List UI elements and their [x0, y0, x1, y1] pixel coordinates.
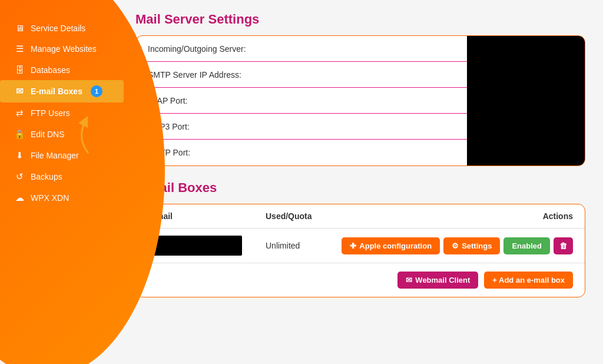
settings-row-incoming: Incoming/Outgoing Server:: [136, 36, 467, 62]
sidebar-label-email-boxes: E-mail Boxes: [31, 87, 82, 96]
add-email-label: + Add an e-mail box: [492, 276, 565, 284]
sidebar-item-databases[interactable]: 🗄 Databases: [0, 59, 124, 80]
actions-cell: ✚ Apple configuration ⚙ Settings Enabled…: [342, 237, 573, 254]
sidebar-label-service-details: Service Details: [31, 24, 85, 33]
settings-row-pop3: POP3 Port:: [136, 114, 467, 140]
apple-config-label: Apple configuration: [359, 241, 432, 250]
smtp-ip-label: SMTP Server IP Address:: [136, 64, 289, 85]
webmail-icon: ✉: [406, 276, 412, 284]
webmail-label: Webmail Client: [415, 276, 470, 284]
settings-row-smtp-port: SMTP Port:: [136, 140, 467, 166]
email-table-footer: ✉ Webmail Client + Add an e-mail box: [136, 263, 585, 297]
email-table-header: E-mail Used/Quota Actions: [136, 204, 585, 229]
cloud-icon: ☁: [14, 193, 25, 203]
webmail-client-button[interactable]: ✉ Webmail Client: [397, 272, 478, 289]
settings-button[interactable]: ⚙ Settings: [443, 237, 500, 254]
email-redacted-block: [148, 236, 242, 256]
apple-config-button[interactable]: ✚ Apple configuration: [342, 237, 440, 254]
sidebar-item-manage-websites[interactable]: ☰ Manage Websites: [0, 38, 124, 59]
mail-settings-redacted: [467, 36, 585, 166]
smtp-port-value: [289, 147, 467, 158]
main-content: Mail Server Settings Incoming/Outgoing S…: [124, 0, 603, 364]
enabled-label: Enabled: [512, 241, 542, 250]
settings-row-imap: IMAP Port:: [136, 88, 467, 114]
mail-settings-left: Incoming/Outgoing Server: SMTP Server IP…: [136, 36, 467, 166]
table-row: Unlimited ✚ Apple configuration ⚙ Settin…: [136, 229, 585, 263]
sidebar: 🖥 Service Details ☰ Manage Websites 🗄 Da…: [0, 0, 124, 364]
col-header-actions: Actions: [408, 211, 573, 221]
col-header-quota: Used/Quota: [266, 211, 408, 221]
apple-plus-icon: ✚: [350, 241, 356, 250]
delete-button[interactable]: 🗑: [554, 237, 573, 254]
sidebar-label-manage-websites: Manage Websites: [31, 44, 97, 54]
ftp-icon: ⇄: [14, 108, 25, 118]
email-boxes-badge: 1: [91, 85, 102, 97]
sidebar-label-edit-dns: Edit DNS: [31, 130, 65, 139]
file-manager-icon: ⬇: [14, 150, 25, 161]
sidebar-label-ftp-users: FTP Users: [31, 108, 70, 118]
databases-icon: 🗄: [14, 65, 25, 75]
pop3-value: [289, 121, 467, 133]
col-header-email: E-mail: [148, 211, 266, 221]
monitor-icon: 🖥: [14, 23, 25, 33]
websites-icon: ☰: [14, 44, 25, 54]
dns-icon: 🔒: [14, 129, 25, 140]
sidebar-item-email-boxes[interactable]: ✉ E-mail Boxes 1: [0, 80, 124, 102]
sidebar-item-wpx-xdn[interactable]: ☁ WPX XDN: [0, 187, 124, 209]
email-cell: [148, 236, 266, 256]
sidebar-item-backups[interactable]: ↺ Backups: [0, 166, 124, 187]
sidebar-label-databases: Databases: [31, 65, 70, 75]
sidebar-label-backups: Backups: [31, 172, 62, 181]
smtp-ip-value: [289, 69, 467, 81]
sidebar-item-service-details[interactable]: 🖥 Service Details: [0, 18, 124, 38]
settings-gear-icon: ⚙: [452, 241, 459, 250]
add-email-button[interactable]: + Add an e-mail box: [484, 272, 573, 289]
quota-cell: Unlimited: [266, 241, 342, 250]
sidebar-label-wpx-xdn: WPX XDN: [31, 193, 69, 203]
mail-settings-card: Incoming/Outgoing Server: SMTP Server IP…: [135, 35, 585, 166]
imap-value: [289, 95, 467, 107]
trash-icon: 🗑: [559, 241, 567, 250]
incoming-label: Incoming/Outgoing Server:: [136, 38, 289, 59]
arrow-annotation: [71, 115, 106, 158]
incoming-value: [289, 43, 467, 55]
backups-icon: ↺: [14, 171, 25, 182]
settings-label: Settings: [462, 241, 492, 250]
email-boxes-card: E-mail Used/Quota Actions Unlimited ✚ Ap…: [135, 204, 585, 297]
email-boxes-title: E-mail Boxes: [135, 180, 585, 196]
settings-row-smtp-ip: SMTP Server IP Address:: [136, 62, 467, 88]
enabled-button[interactable]: Enabled: [503, 237, 550, 254]
mail-settings-title: Mail Server Settings: [135, 12, 585, 27]
email-icon: ✉: [14, 86, 25, 97]
